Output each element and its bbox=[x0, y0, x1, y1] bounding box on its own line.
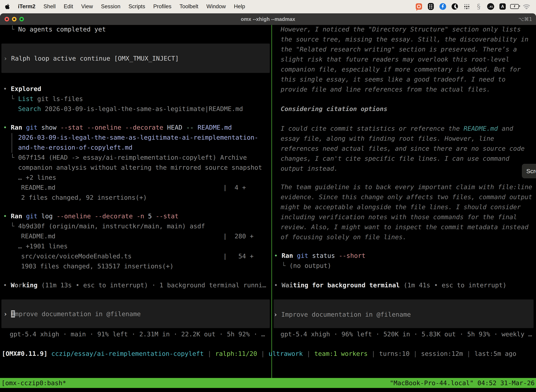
crescent-icon[interactable] bbox=[450, 2, 459, 11]
tree-guide-line bbox=[12, 133, 12, 153]
menu-item-toolbelt[interactable]: Toolbelt bbox=[180, 3, 198, 10]
text-segment: Ran bbox=[282, 252, 297, 259]
text-segment: -n bbox=[137, 213, 148, 220]
elided-2-lines: … +2 lines bbox=[18, 173, 56, 182]
text-segment: [OMX#0.11.9] bbox=[2, 350, 51, 357]
text-segment: turns:10 bbox=[379, 350, 410, 357]
screen-tooltip: Scre bbox=[522, 164, 536, 178]
text-segment: 5 bbox=[148, 213, 156, 220]
shield-grid-icon[interactable] bbox=[426, 2, 436, 11]
explored-list-line: └ List git ls-files bbox=[10, 94, 83, 104]
menu-item-profiles[interactable]: Profiles bbox=[153, 3, 171, 10]
thought-p1-l4: slight risk that future readers may over… bbox=[281, 54, 509, 64]
text-segment: cczip/essay/ai-reimplementation-copyleft bbox=[51, 350, 204, 357]
thought-p3-l2: evidence. Since this change only affects… bbox=[281, 192, 532, 202]
left-model-status: gpt-5.4 xhigh · main · 91% left · 2.31M … bbox=[10, 329, 265, 339]
text-segment: | bbox=[204, 350, 215, 357]
right-prompt-input[interactable]: › Improve documentation in @filename bbox=[274, 309, 411, 319]
stat-readme-280: README.md | 280 + bbox=[21, 231, 254, 241]
text-segment: and-the-erosion-of-copyleft.md bbox=[18, 144, 132, 151]
text-segment: └ bbox=[10, 26, 18, 33]
no-agents-line: └ No agents completed yet bbox=[10, 24, 106, 34]
text-segment: r bbox=[19, 281, 22, 289]
menu-status-icons: §..61A bbox=[414, 2, 531, 11]
tmux-host-clock: "MacBook-Pro-44.local" 04:52 31-Mar-26 bbox=[390, 378, 535, 388]
text-segment: └ bbox=[10, 154, 18, 161]
text-segment: show bbox=[41, 124, 60, 131]
thought-p3-l3: might be acceptable alongside the file l… bbox=[281, 202, 521, 212]
squiggle-icon[interactable]: § bbox=[474, 2, 483, 11]
commit-4b9-line: └ 4b9d30f (origin/main, instructkr/main,… bbox=[10, 221, 205, 231]
menu-item-iterm2[interactable]: iTerm2 bbox=[18, 3, 35, 10]
left-prompt-input[interactable]: › Improve documentation in @filename bbox=[4, 309, 141, 319]
text-segment: ting for background terminal bbox=[293, 281, 400, 289]
text-segment: I bbox=[11, 310, 15, 317]
menu-item-window[interactable]: Window bbox=[206, 3, 226, 10]
menu-items: iTerm2ShellEditViewSessionScriptsProfile… bbox=[5, 3, 245, 10]
percent-61-icon[interactable]: ..61 bbox=[486, 2, 495, 11]
chat-orange-icon[interactable] bbox=[414, 2, 423, 11]
apple-menu-icon[interactable] bbox=[5, 4, 10, 9]
thought-p3-l4: including verification notes with those … bbox=[281, 212, 517, 222]
text-segment: o bbox=[14, 281, 19, 289]
right-model-status: gpt-5.4 xhigh · 96% left · 520K in · 5.8… bbox=[281, 329, 532, 339]
window-title-bar[interactable]: omx --xhigh --madmax ⌥⌘1 bbox=[0, 13, 536, 25]
text-segment: k bbox=[22, 281, 26, 289]
menu-item-scripts[interactable]: Scripts bbox=[129, 3, 145, 10]
screen: iTerm2ShellEditViewSessionScriptsProfile… bbox=[0, 0, 536, 392]
text-segment: team:1 workers bbox=[314, 350, 368, 357]
input-source-a-icon[interactable]: A bbox=[498, 2, 507, 11]
blue-bolt-icon[interactable] bbox=[438, 2, 447, 11]
stat-1903-files: 1903 files changed, 513517 insertions(+) bbox=[21, 261, 174, 271]
text-segment: review. Also, I might want to inspect th… bbox=[281, 223, 528, 231]
text-segment: • bbox=[274, 281, 282, 289]
terminal-content: └ No agents completed yet› Ralph loop ac… bbox=[0, 25, 536, 392]
text-segment: gpt-5.4 xhigh · 96% left · 520K in · 5.8… bbox=[281, 331, 532, 338]
explored-search-line: Search 2026-03-09-is-legal-the-same-as-l… bbox=[18, 104, 243, 114]
text-segment: companion file, especially if more comme… bbox=[281, 66, 521, 73]
text-segment: changes, I can't cite specific file line… bbox=[281, 155, 509, 162]
zoom-button[interactable] bbox=[19, 17, 24, 21]
menu-item-view[interactable]: View bbox=[81, 3, 93, 10]
text-segment: companion analysis without altering the … bbox=[18, 164, 262, 171]
text-segment: gpt-5.4 xhigh · main · 91% left · 2.31M … bbox=[10, 331, 265, 338]
minimize-button[interactable] bbox=[12, 17, 17, 21]
text-segment: session:12m bbox=[421, 350, 463, 357]
wifi-icon[interactable] bbox=[522, 2, 531, 11]
tmux-pane-divider[interactable] bbox=[271, 25, 272, 378]
text-segment: | bbox=[368, 350, 379, 357]
text-segment: W bbox=[11, 281, 14, 289]
menu-item-edit[interactable]: Edit bbox=[64, 3, 73, 10]
text-segment: ultrawork bbox=[268, 350, 303, 357]
text-segment: --decorate bbox=[95, 213, 136, 220]
text-segment: src/voice/voiceModeEnabled.ts | 54 + bbox=[21, 252, 254, 260]
filename-line-2: and-the-erosion-of-copyleft.md bbox=[18, 142, 132, 152]
text-segment: └ bbox=[10, 95, 18, 103]
ran-git-status-line: • Ran git status --short bbox=[274, 251, 365, 261]
text-segment: • bbox=[3, 124, 11, 131]
text-segment: and bbox=[498, 125, 513, 132]
thought-p2-l3: references need actual files, and since … bbox=[281, 144, 525, 154]
text-segment: The team guideline is to back every impo… bbox=[281, 183, 532, 191]
text-segment: README.md bbox=[464, 125, 498, 132]
menu-item-help[interactable]: Help bbox=[234, 3, 245, 10]
menu-item-session[interactable]: Session bbox=[101, 3, 120, 10]
close-button[interactable] bbox=[5, 17, 9, 21]
text-segment: git bbox=[26, 124, 41, 131]
text-segment: Ran bbox=[11, 213, 26, 220]
text-segment: No agents completed yet bbox=[18, 26, 106, 33]
ran-git-log-line: • Ran git log --oneline --decorate -n 5 … bbox=[3, 211, 178, 221]
dots-grid-icon[interactable] bbox=[462, 2, 471, 11]
text-segment: (no output) bbox=[289, 262, 331, 269]
text-segment: status bbox=[312, 252, 339, 259]
working-status-line: • Working (11m 13s • esc to interrupt) ·… bbox=[3, 280, 266, 290]
battery-icon[interactable] bbox=[510, 2, 519, 11]
text-segment: › bbox=[4, 55, 11, 62]
thought-p2-l2: essay file, along with finding root file… bbox=[281, 134, 494, 144]
thought-p3-l5: review. Also, I might want to inspect th… bbox=[281, 222, 528, 232]
text-segment: references need actual files, and since … bbox=[281, 145, 525, 152]
text-segment: mprove documentation in @filename bbox=[15, 310, 141, 317]
tmux-session-label[interactable]: [omx-cczip0:bash* bbox=[1, 378, 66, 388]
menu-item-shell[interactable]: Shell bbox=[43, 3, 56, 10]
text-segment: the source tree, missing the essay. Stil… bbox=[281, 36, 528, 43]
